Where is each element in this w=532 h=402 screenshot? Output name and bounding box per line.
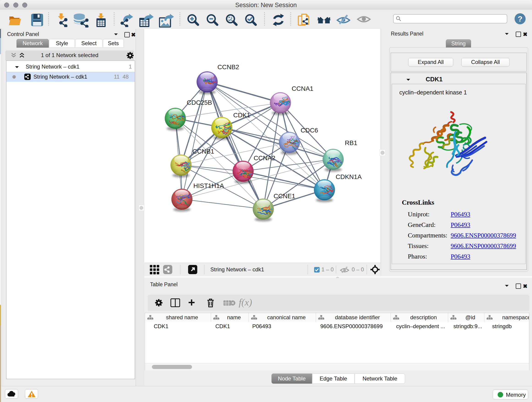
svg-text:CCNB2: CCNB2 [217, 64, 239, 70]
svg-text:CCNB1: CCNB1 [192, 148, 214, 155]
svg-text:CDC6: CDC6 [301, 127, 318, 134]
svg-text:HIST1H1A: HIST1H1A [193, 182, 224, 189]
svg-text:CDC25B: CDC25B [187, 99, 212, 106]
svg-text:CCNA1: CCNA1 [292, 85, 313, 92]
svg-text:CCNE1: CCNE1 [273, 192, 295, 200]
svg-text:RB1: RB1 [345, 139, 357, 147]
svg-text:CDK1: CDK1 [233, 112, 250, 119]
svg-text:CDKN1A: CDKN1A [336, 173, 362, 180]
svg-text:CCNA2: CCNA2 [254, 154, 275, 162]
